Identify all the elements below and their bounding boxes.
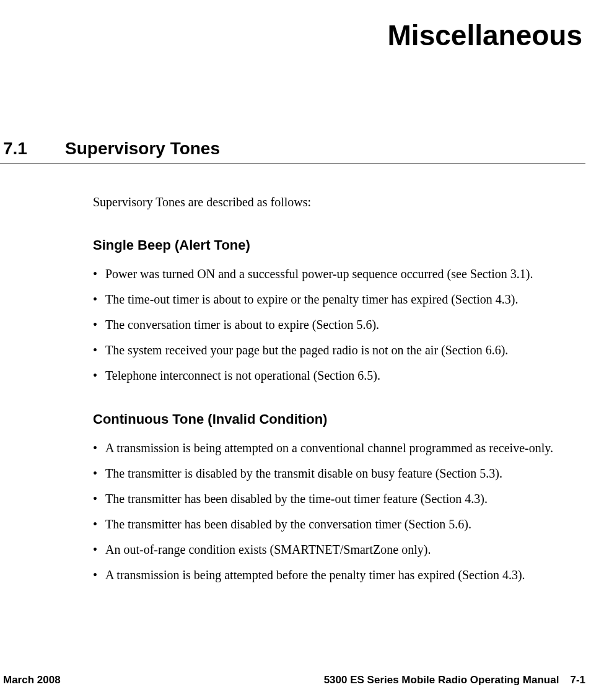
section-title: Supervisory Tones	[65, 139, 220, 158]
list-item: An out-of-range condition exists (SMARTN…	[93, 541, 567, 558]
section-number: 7.1	[3, 139, 65, 159]
subsection-title: Continuous Tone (Invalid Condition)	[93, 411, 585, 427]
section-intro: Supervisory Tones are described as follo…	[93, 195, 567, 209]
document-page: Miscellaneous 7.1Supervisory Tones Super…	[0, 0, 604, 700]
bullet-list: Power was turned ON and a successful pow…	[93, 266, 567, 383]
list-item: A transmission is being attempted before…	[93, 567, 567, 583]
footer-date: March 2008	[3, 674, 61, 686]
footer-page-number: 7-1	[570, 674, 585, 686]
list-item: The transmitter has been disabled by the…	[93, 491, 567, 507]
list-item: The conversation timer is about to expir…	[93, 317, 567, 333]
list-item: A transmission is being attempted on a c…	[93, 440, 567, 456]
footer-manual-title: 5300 ES Series Mobile Radio Operating Ma…	[324, 674, 559, 686]
bullet-list: A transmission is being attempted on a c…	[93, 440, 567, 583]
list-item: The time-out timer is about to expire or…	[93, 291, 567, 307]
section-heading: 7.1Supervisory Tones	[0, 139, 585, 164]
page-footer: March 2008 5300 ES Series Mobile Radio O…	[3, 674, 585, 686]
list-item: The transmitter has been disabled by the…	[93, 516, 567, 532]
list-item: Telephone interconnect is not operationa…	[93, 367, 567, 383]
footer-right: 5300 ES Series Mobile Radio Operating Ma…	[324, 674, 585, 686]
list-item: Power was turned ON and a successful pow…	[93, 266, 567, 282]
list-item: The transmitter is disabled by the trans…	[93, 465, 567, 481]
list-item: The system received your page but the pa…	[93, 342, 567, 358]
subsection-title: Single Beep (Alert Tone)	[93, 237, 585, 253]
chapter-title: Miscellaneous	[0, 19, 585, 52]
